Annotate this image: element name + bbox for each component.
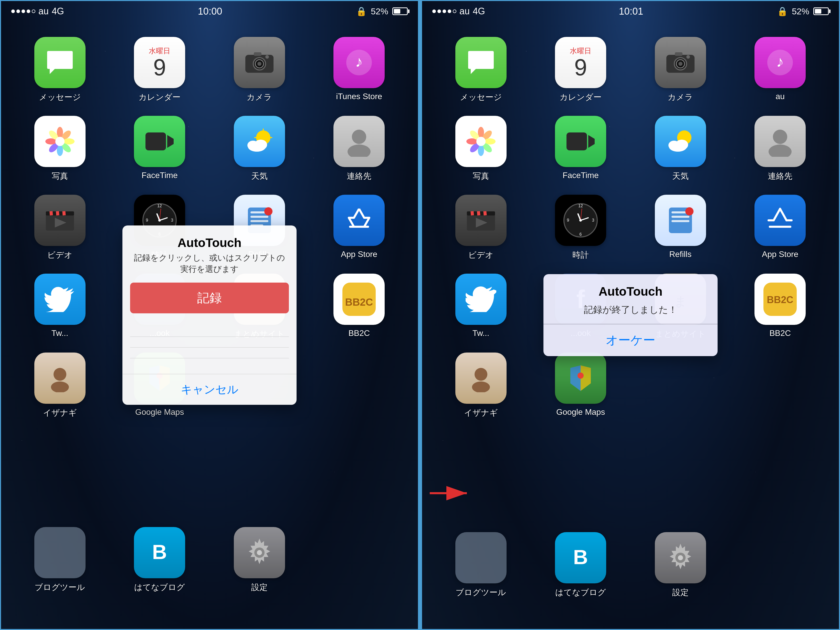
status-right-left: 🔒 52% — [356, 6, 408, 16]
modal-box-right: AutoTouch 記録が終了しました！ オーケー — [543, 274, 718, 356]
status-bar-right: au 4G 10:01 🔒 52% — [422, 1, 839, 22]
battery-icon-right — [813, 8, 829, 15]
modal-title-right: AutoTouch — [543, 274, 718, 301]
battery-body — [392, 8, 408, 15]
dot5 — [32, 9, 35, 13]
battery-percent-right: 52% — [792, 6, 809, 16]
carrier-label-right: au — [459, 6, 470, 17]
modal-overlay-right: AutoTouch 記録が終了しました！ オーケー — [422, 1, 839, 629]
dot4 — [27, 9, 30, 13]
status-left-right: au 4G — [432, 6, 485, 17]
rdot4 — [448, 9, 451, 13]
modal-input-area — [122, 321, 297, 374]
input-line-3 — [130, 358, 289, 358]
modal-box-left: AutoTouch 記録をクリックし、或いはスクリプトの実行を選びます 記録 キ… — [122, 225, 297, 405]
dot3 — [22, 9, 25, 13]
arrow-indicator — [427, 483, 473, 503]
status-bar-left: au 4G 10:00 🔒 52% — [1, 1, 418, 22]
rdot2 — [437, 9, 441, 13]
left-screen: au 4G 10:00 🔒 52% メッセージ — [0, 0, 419, 630]
input-line-2 — [130, 347, 289, 348]
network-label: 4G — [52, 6, 64, 17]
rdot5 — [453, 9, 456, 13]
battery-body-right — [813, 8, 829, 15]
modal-subtitle-right: 記録が終了しました！ — [543, 301, 718, 324]
battery-fill-right — [815, 9, 821, 14]
signal-indicator — [11, 9, 35, 13]
battery-fill — [394, 9, 400, 14]
battery-icon-left — [392, 8, 408, 15]
ok-button[interactable]: オーケー — [543, 324, 718, 356]
dot1 — [11, 9, 15, 13]
input-line-1 — [130, 336, 289, 337]
battery-percent-left: 52% — [371, 6, 388, 16]
status-left: au 4G — [11, 6, 64, 17]
network-label-right: 4G — [473, 6, 485, 17]
lock-icon: 🔒 — [356, 6, 367, 16]
signal-indicator-right — [432, 9, 456, 13]
right-screen: au 4G 10:01 🔒 52% メッセージ — [421, 0, 840, 630]
modal-overlay-left: AutoTouch 記録をクリックし、或いはスクリプトの実行を選びます 記録 キ… — [1, 1, 418, 629]
lock-icon-right: 🔒 — [777, 6, 788, 16]
cancel-button[interactable]: キャンセル — [122, 374, 297, 405]
modal-subtitle-left: 記録をクリックし、或いはスクリプトの実行を選びます — [122, 252, 297, 283]
time-display-right: 10:01 — [619, 6, 643, 17]
dot2 — [16, 9, 20, 13]
rdot1 — [432, 9, 436, 13]
carrier-label: au — [38, 6, 49, 17]
record-button[interactable]: 記録 — [130, 283, 289, 313]
time-display-left: 10:00 — [198, 6, 222, 17]
screen-divider — [419, 0, 421, 630]
modal-title-left: AutoTouch — [122, 225, 297, 252]
status-right-right: 🔒 52% — [777, 6, 829, 16]
rdot3 — [442, 9, 446, 13]
